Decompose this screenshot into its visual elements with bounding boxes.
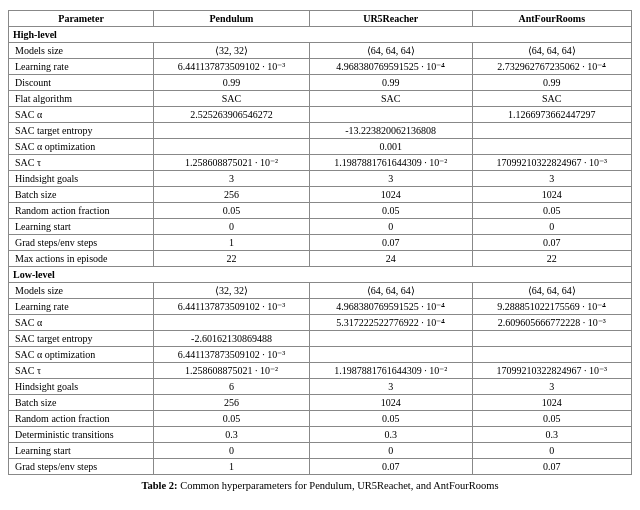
param-cell: SAC α optimization bbox=[9, 139, 154, 155]
param-cell: Discount bbox=[9, 75, 154, 91]
ur5-cell: 0.05 bbox=[309, 411, 472, 427]
param-cell: SAC τ bbox=[9, 363, 154, 379]
param-cell: Learning start bbox=[9, 443, 154, 459]
ant-cell: 0.07 bbox=[472, 459, 631, 475]
pendulum-cell bbox=[154, 123, 310, 139]
pendulum-cell: ⟨32, 32⟩ bbox=[154, 283, 310, 299]
section-header-low-level: Low-level bbox=[9, 267, 632, 283]
table-row: Models size⟨32, 32⟩⟨64, 64, 64⟩⟨64, 64, … bbox=[9, 283, 632, 299]
param-cell: SAC target entropy bbox=[9, 123, 154, 139]
ur5-cell: 3 bbox=[309, 379, 472, 395]
pendulum-cell: 0.05 bbox=[154, 411, 310, 427]
param-cell: SAC τ bbox=[9, 155, 154, 171]
ant-cell: 1024 bbox=[472, 395, 631, 411]
pendulum-cell: 256 bbox=[154, 395, 310, 411]
ur5-cell: 0.05 bbox=[309, 203, 472, 219]
param-cell: Batch size bbox=[9, 187, 154, 203]
pendulum-cell: 1.258608875021 · 10⁻² bbox=[154, 363, 310, 379]
ur5-cell bbox=[309, 107, 472, 123]
pendulum-cell: 1 bbox=[154, 235, 310, 251]
table-row: SAC α optimization0.001 bbox=[9, 139, 632, 155]
table-row: SAC α optimization6.441137873509102 · 10… bbox=[9, 347, 632, 363]
param-cell: Batch size bbox=[9, 395, 154, 411]
pendulum-cell: 6.441137873509102 · 10⁻³ bbox=[154, 59, 310, 75]
table-row: Hindsight goals333 bbox=[9, 171, 632, 187]
param-cell: Grad steps/env steps bbox=[9, 235, 154, 251]
header-ant: AntFourRooms bbox=[472, 11, 631, 27]
ant-cell: 0.07 bbox=[472, 235, 631, 251]
ant-cell: ⟨64, 64, 64⟩ bbox=[472, 283, 631, 299]
table-row: Grad steps/env steps10.070.07 bbox=[9, 459, 632, 475]
param-cell: Random action fraction bbox=[9, 203, 154, 219]
ur5-cell: 0 bbox=[309, 443, 472, 459]
param-cell: Learning start bbox=[9, 219, 154, 235]
pendulum-cell: 6.441137873509102 · 10⁻³ bbox=[154, 299, 310, 315]
pendulum-cell: 0.05 bbox=[154, 203, 310, 219]
ur5-cell: 0.3 bbox=[309, 427, 472, 443]
ant-cell bbox=[472, 139, 631, 155]
ant-cell: 2.732962767235062 · 10⁻⁴ bbox=[472, 59, 631, 75]
ur5-cell: 0.07 bbox=[309, 459, 472, 475]
ur5-cell bbox=[309, 347, 472, 363]
pendulum-cell: 0 bbox=[154, 443, 310, 459]
table-row: SAC τ1.258608875021 · 10⁻²1.198788176164… bbox=[9, 155, 632, 171]
ur5-cell: ⟨64, 64, 64⟩ bbox=[309, 283, 472, 299]
ur5-cell: 4.968380769591525 · 10⁻⁴ bbox=[309, 59, 472, 75]
param-cell: Learning rate bbox=[9, 299, 154, 315]
ant-cell: 3 bbox=[472, 171, 631, 187]
ant-cell: 1024 bbox=[472, 187, 631, 203]
table-row: Learning rate6.441137873509102 · 10⁻³4.9… bbox=[9, 299, 632, 315]
ant-cell: 1.1266973662447297 bbox=[472, 107, 631, 123]
ant-cell: 0 bbox=[472, 443, 631, 459]
header-parameter: Parameter bbox=[9, 11, 154, 27]
pendulum-cell: 6 bbox=[154, 379, 310, 395]
table-row: Discount0.990.990.99 bbox=[9, 75, 632, 91]
pendulum-cell: ⟨32, 32⟩ bbox=[154, 43, 310, 59]
table-row: Batch size25610241024 bbox=[9, 187, 632, 203]
table-row: Hindsight goals633 bbox=[9, 379, 632, 395]
pendulum-cell: 3 bbox=[154, 171, 310, 187]
pendulum-cell: 0.3 bbox=[154, 427, 310, 443]
pendulum-cell: 22 bbox=[154, 251, 310, 267]
pendulum-cell: SAC bbox=[154, 91, 310, 107]
ant-cell bbox=[472, 123, 631, 139]
table-row: Deterministic transitions0.30.30.3 bbox=[9, 427, 632, 443]
param-cell: Deterministic transitions bbox=[9, 427, 154, 443]
ant-cell: 0.99 bbox=[472, 75, 631, 91]
table-row: Learning rate6.441137873509102 · 10⁻³4.9… bbox=[9, 59, 632, 75]
ant-cell: 0.3 bbox=[472, 427, 631, 443]
param-cell: SAC α optimization bbox=[9, 347, 154, 363]
ant-cell: 9.288851022175569 · 10⁻⁴ bbox=[472, 299, 631, 315]
ant-cell: 17099210322824967 · 10⁻³ bbox=[472, 363, 631, 379]
ur5-cell: 5.317222522776922 · 10⁻⁴ bbox=[309, 315, 472, 331]
table-row: Batch size25610241024 bbox=[9, 395, 632, 411]
table-row: Grad steps/env steps10.070.07 bbox=[9, 235, 632, 251]
ant-cell bbox=[472, 347, 631, 363]
ant-cell: 0.05 bbox=[472, 203, 631, 219]
table-row: SAC target entropy-2.60162130869488 bbox=[9, 331, 632, 347]
table-row: SAC α2.5252639065462721.1266973662447297 bbox=[9, 107, 632, 123]
ur5-cell: 0.99 bbox=[309, 75, 472, 91]
pendulum-cell: -2.60162130869488 bbox=[154, 331, 310, 347]
section-header-high-level: High-level bbox=[9, 27, 632, 43]
param-cell: SAC α bbox=[9, 107, 154, 123]
param-cell: Hindsight goals bbox=[9, 171, 154, 187]
ur5-cell: 1024 bbox=[309, 187, 472, 203]
ur5-cell: 1.1987881761644309 · 10⁻² bbox=[309, 363, 472, 379]
ant-cell: SAC bbox=[472, 91, 631, 107]
table-row: Random action fraction0.050.050.05 bbox=[9, 411, 632, 427]
param-cell: Random action fraction bbox=[9, 411, 154, 427]
ur5-cell: 0.07 bbox=[309, 235, 472, 251]
ur5-cell: 1.1987881761644309 · 10⁻² bbox=[309, 155, 472, 171]
param-cell: SAC target entropy bbox=[9, 331, 154, 347]
pendulum-cell bbox=[154, 139, 310, 155]
pendulum-cell: 1 bbox=[154, 459, 310, 475]
ant-cell: 3 bbox=[472, 379, 631, 395]
table-row: Random action fraction0.050.050.05 bbox=[9, 203, 632, 219]
table-row: Models size⟨32, 32⟩⟨64, 64, 64⟩⟨64, 64, … bbox=[9, 43, 632, 59]
param-cell: Models size bbox=[9, 43, 154, 59]
param-cell: Flat algorithm bbox=[9, 91, 154, 107]
ur5-cell: 0.001 bbox=[309, 139, 472, 155]
ant-cell: 17099210322824967 · 10⁻³ bbox=[472, 155, 631, 171]
param-cell: Max actions in episode bbox=[9, 251, 154, 267]
